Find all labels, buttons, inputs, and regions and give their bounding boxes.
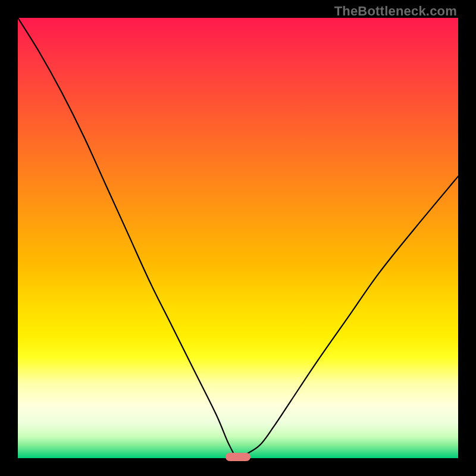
curve-path	[18, 18, 458, 458]
optimal-marker	[226, 453, 250, 461]
plot-area	[18, 18, 458, 458]
bottleneck-curve	[18, 18, 458, 458]
watermark-text: TheBottleneck.com	[334, 4, 457, 19]
chart-frame: TheBottleneck.com	[0, 0, 476, 476]
